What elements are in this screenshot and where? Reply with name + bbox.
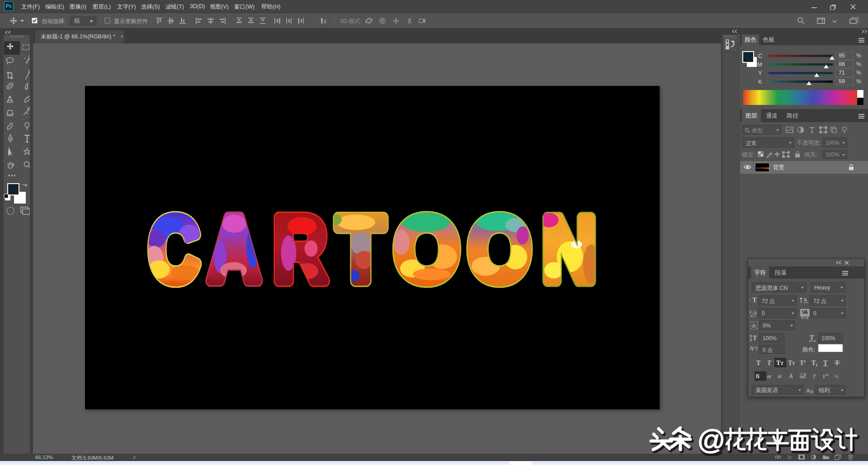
svg-text:1: 1 [816, 363, 818, 367]
svg-text:T: T [767, 360, 772, 366]
svg-text:œ: œ [767, 373, 772, 380]
svg-text:T: T [792, 361, 795, 366]
svg-text:A: A [750, 345, 754, 351]
svg-text:a: a [807, 387, 810, 393]
svg-text:fi: fi [756, 373, 760, 380]
svg-text:T: T [823, 360, 828, 366]
svg-text:½: ½ [834, 373, 839, 380]
svg-text:A: A [788, 373, 793, 380]
svg-text:V: V [749, 310, 753, 315]
svg-text:A: A [754, 311, 757, 316]
svg-text:N: N [768, 167, 769, 170]
svg-text:T: T [780, 361, 784, 366]
svg-text:1: 1 [822, 373, 826, 380]
svg-text:T: T [756, 360, 761, 366]
svg-text:T: T [810, 334, 814, 341]
svg-text:st: st [826, 372, 829, 377]
svg-text:A: A [803, 297, 807, 302]
svg-text:T: T [812, 373, 816, 380]
svg-text:st: st [777, 373, 782, 380]
svg-text:1: 1 [804, 359, 806, 364]
svg-text:T: T [753, 335, 757, 342]
svg-text:@: @ [697, 424, 726, 455]
svg-text:a: a [754, 345, 755, 349]
svg-text:a: a [810, 389, 813, 393]
